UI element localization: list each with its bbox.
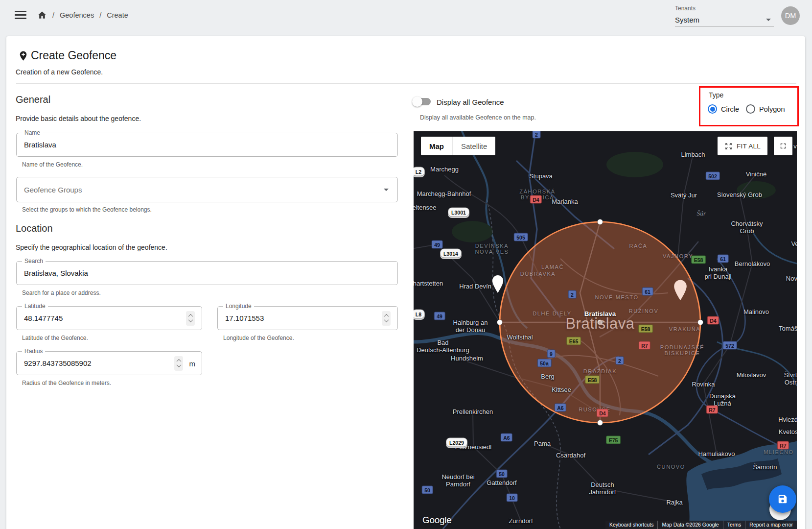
search-helper: Search for a place or address. [22,289,101,296]
general-description: Provide basic details about the geofence… [16,115,141,122]
radius-field[interactable]: Radius m [16,351,202,375]
latitude-input[interactable] [24,307,154,330]
longitude-field[interactable]: Longitude [217,306,398,330]
search-input[interactable] [24,262,291,285]
avatar[interactable]: DM [781,6,800,25]
terms-link[interactable]: Terms [723,521,745,529]
fullscreen-icon [779,142,788,150]
fullscreen-button[interactable] [774,137,792,155]
chevron-down-icon [766,19,771,21]
map-data-label: Map Data ©2026 Google [657,521,722,529]
search-field[interactable]: Search [16,261,398,285]
polygon-radio[interactable] [746,104,755,114]
create-geofence-page: / Geofences / Create Tenants System DM C… [0,0,812,529]
tenants-label: Tenants [675,5,696,12]
map-type-control: Map Satellite [421,137,495,155]
menu-icon[interactable] [15,11,26,20]
display-all-geofence-toggle[interactable] [414,98,431,105]
groups-helper: Select the groups to which the Geofence … [22,206,152,213]
circle-edit-handle[interactable] [598,420,603,426]
save-button[interactable] [769,485,796,513]
circle-edit-handle[interactable] [497,320,503,325]
latitude-field[interactable]: Latitude [16,306,202,330]
fit-all-label: FIT ALL [737,143,761,150]
page-title: Create Geofence [31,49,116,62]
keyboard-shortcuts-link[interactable]: Keyboard shortcuts [605,521,657,529]
map-canvas[interactable]: MarcheggStupavaLimbachViničnéSvätý JurSl… [414,131,797,529]
save-icon [777,494,788,505]
radius-stepper[interactable] [174,356,183,371]
geofence-groups-select[interactable]: Geofence Groups [16,177,398,202]
map-tab[interactable]: Map [421,137,452,155]
type-label: Type [709,91,723,99]
longitude-stepper[interactable] [382,311,391,326]
latitude-stepper[interactable] [186,311,195,326]
tenant-select[interactable]: System [675,14,774,26]
display-all-geofence-helper: Display all available Geofence on the ma… [420,114,536,121]
location-description: Specify the geographical location of the… [16,243,167,251]
radius-input[interactable] [24,352,154,375]
circle-edit-handle[interactable] [698,320,703,325]
polygon-radio-label: Polygon [759,105,785,113]
chevron-down-icon [384,189,389,191]
name-field[interactable]: Name [16,133,398,157]
breadcrumb-separator: / [52,11,54,19]
report-map-error-link[interactable]: Report a map error [745,521,797,529]
radius-unit: m [189,359,196,367]
map-attribution: Keyboard shortcuts Map Data ©2026 Google… [605,521,797,529]
home-icon[interactable] [37,10,47,20]
geofence-groups-placeholder: Geofence Groups [24,186,82,194]
google-logo: Google [422,515,451,526]
display-all-geofence-label: Display all Geofence [437,98,504,106]
circle-edit-handle[interactable] [598,320,603,325]
circle-edit-handle[interactable] [598,219,603,225]
radius-helper: Radius of the Geofence in meters. [22,380,111,386]
location-heading: Location [16,223,53,234]
general-heading: General [16,94,50,105]
add-location-icon [18,49,29,62]
satellite-tab[interactable]: Satellite [452,137,495,155]
fit-all-button[interactable]: FIT ALL [718,137,767,155]
breadcrumb-geofences[interactable]: Geofences [60,11,94,19]
divider [16,83,796,84]
circle-radio-label: Circle [721,105,739,113]
geofence-circle[interactable] [414,131,797,529]
type-radio-group: Circle Polygon [708,104,785,114]
breadcrumb-create: Create [107,11,128,19]
longitude-input[interactable] [225,307,351,330]
name-input[interactable] [24,133,291,156]
breadcrumb-separator: / [99,11,101,19]
longitude-helper: Longitude of the Geofence. [223,335,294,341]
zoom-out-map-icon [724,142,733,150]
circle-radio[interactable] [708,104,717,114]
breadcrumb: / Geofences / Create [37,10,128,20]
name-helper: Name of the Geofence. [22,161,83,168]
page-subtitle: Creation of a new Geofence. [16,68,103,76]
latitude-helper: Latitude of the Geofence. [22,335,88,341]
tenant-value: System [675,16,699,24]
